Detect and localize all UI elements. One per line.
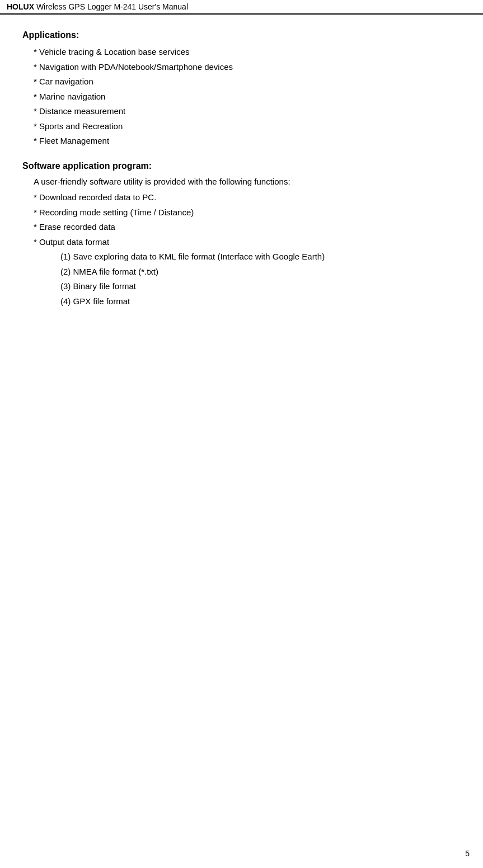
list-item: * Download recorded data to PC.: [34, 191, 461, 204]
list-item: * Output data format: [34, 236, 461, 249]
list-item: (2) NMEA file format (*.txt): [60, 266, 461, 279]
applications-title: Applications:: [22, 30, 461, 40]
page-content: Applications: * Vehicle tracing & Locati…: [0, 15, 483, 332]
applications-section: Applications: * Vehicle tracing & Locati…: [22, 30, 461, 148]
list-item: * Recording mode setting (Time / Distanc…: [34, 206, 461, 219]
page-header: HOLUX Wireless GPS Logger M-241 User's M…: [0, 0, 483, 15]
page-container: HOLUX Wireless GPS Logger M-241 User's M…: [0, 0, 483, 868]
list-item: * Sports and Recreation: [34, 120, 461, 133]
list-item: * Erase recorded data: [34, 221, 461, 234]
list-item: (1) Save exploring data to KML file form…: [60, 251, 461, 263]
list-item: * Distance measurement: [34, 105, 461, 118]
page-number: 5: [465, 849, 470, 858]
list-item: (3) Binary file format: [60, 280, 461, 293]
brand-name: HOLUX: [7, 2, 34, 11]
software-section: Software application program: A user-fri…: [22, 161, 461, 308]
software-intro: A user-friendly software utility is prov…: [34, 176, 461, 188]
list-item: (4) GPX file format: [60, 295, 461, 308]
header-subtitle: Wireless GPS Logger M-241 User's Manual: [34, 2, 188, 11]
list-item: * Fleet Management: [34, 135, 461, 148]
software-sub-list: (1) Save exploring data to KML file form…: [60, 251, 461, 308]
software-title: Software application program:: [22, 161, 461, 171]
applications-list: * Vehicle tracing & Location base servic…: [34, 46, 461, 148]
list-item: * Marine navigation: [34, 91, 461, 103]
list-item: * Navigation with PDA/Notebook/Smartphon…: [34, 61, 461, 74]
software-list: * Download recorded data to PC. * Record…: [34, 191, 461, 308]
header-title: HOLUX Wireless GPS Logger M-241 User's M…: [7, 2, 188, 11]
list-item: * Vehicle tracing & Location base servic…: [34, 46, 461, 59]
list-item: * Car navigation: [34, 76, 461, 88]
